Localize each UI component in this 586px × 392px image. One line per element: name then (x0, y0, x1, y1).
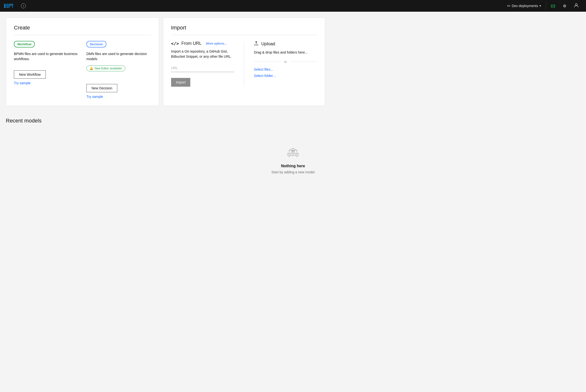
radio-icon: ((·)) (551, 4, 555, 8)
top-row: Create Workflow BPMN files are used to g… (6, 18, 325, 106)
deployment-selector[interactable]: ✂ Dev deployments ▾ (503, 4, 545, 8)
navbar: i ✂ Dev deployments ▾ ((·)) ⚙ (0, 0, 586, 12)
empty-state: Nothing here Start by adding a new model (6, 130, 580, 184)
user-btn[interactable] (571, 0, 582, 12)
svg-rect-7 (6, 7, 8, 8)
deployment-label: Dev deployments (512, 4, 538, 8)
or-label: or (284, 60, 287, 64)
svg-rect-9 (8, 6, 8, 8)
new-workflow-button[interactable]: New Workflow (14, 70, 46, 79)
workflow-desc: BPMN files are used to generate business… (14, 51, 79, 62)
import-title: Import (171, 24, 317, 31)
navbar-divider (546, 2, 546, 10)
or-divider: or (254, 60, 317, 64)
upload-title: Upload (254, 41, 317, 47)
upload-label: Upload (261, 42, 275, 46)
decision-actions: New Decision Try sample (86, 84, 151, 99)
ibm-logo (4, 3, 18, 9)
svg-rect-5 (6, 4, 8, 4)
empty-cubes-icon (285, 144, 301, 160)
main-content: Create Workflow BPMN files are used to g… (0, 12, 331, 118)
svg-rect-12 (9, 4, 13, 4)
svg-rect-3 (4, 4, 5, 8)
url-input[interactable] (171, 64, 234, 72)
workflow-badge: Workflow (14, 41, 35, 48)
create-options: Workflow BPMN files are used to generate… (14, 41, 151, 99)
new-decision-button[interactable]: New Decision (86, 84, 117, 92)
try-sample-decision-link[interactable]: Try sample (86, 95, 103, 98)
user-icon (574, 3, 579, 9)
gear-icon: ⚙ (563, 4, 566, 8)
deployment-chevron: ▾ (540, 4, 541, 8)
navbar-right: ✂ Dev deployments ▾ ((·)) ⚙ (503, 0, 582, 12)
svg-rect-6 (6, 6, 8, 6)
upload-icon (254, 41, 259, 47)
from-url-option: </> From URL More options... Import a Gi… (171, 41, 234, 87)
info-icon[interactable]: i (21, 4, 26, 8)
recent-title: Recent models (6, 118, 580, 124)
upload-desc: Drag & drop files and folders here... (254, 50, 317, 55)
from-url-desc: Import a Git repository, a GitHub Gist, … (171, 49, 234, 59)
import-card: Import </> From URL More options... Impo… (163, 18, 325, 106)
decision-desc: DMN files are used to generate decision … (86, 51, 151, 62)
recent-section: Recent models Nothing here Start by addi… (0, 118, 586, 184)
svg-point-16 (575, 4, 577, 6)
empty-title: Nothing here (281, 164, 305, 168)
or-line-left (254, 62, 281, 62)
radio-icon-btn[interactable]: ((·)) (547, 0, 559, 12)
try-sample-workflow-link[interactable]: Try sample (14, 81, 31, 85)
create-divider (14, 35, 151, 35)
new-editor-badge: 🔔 New Editor available! (86, 66, 125, 71)
svg-rect-10 (9, 4, 10, 8)
workflow-option: Workflow BPMN files are used to generate… (14, 41, 79, 99)
svg-rect-15 (11, 4, 12, 6)
create-card: Create Workflow BPMN files are used to g… (6, 18, 159, 106)
import-button[interactable]: Import (171, 78, 191, 87)
bell-icon: 🔔 (89, 67, 93, 70)
svg-rect-8 (8, 4, 8, 6)
create-title: Create (14, 24, 151, 31)
empty-subtitle: Start by adding a new model (271, 170, 314, 174)
import-divider (171, 35, 317, 35)
deploy-scissors-icon: ✂ (507, 4, 510, 8)
new-editor-label: New Editor available! (95, 67, 122, 70)
select-files-link[interactable]: Select files... (254, 68, 317, 71)
import-section-divider (244, 41, 244, 87)
upload-option: Upload Drag & drop files and folders her… (254, 41, 317, 87)
code-icon: </> (171, 41, 179, 46)
from-url-title: </> From URL More options... (171, 41, 234, 46)
settings-btn[interactable]: ⚙ (559, 0, 571, 12)
decision-option: Decision DMN files are used to generate … (86, 41, 151, 99)
or-line-right (290, 62, 317, 62)
svg-rect-11 (12, 4, 13, 8)
decision-badge: Decision (86, 41, 106, 48)
more-options-link[interactable]: More options... (206, 42, 227, 45)
import-options: </> From URL More options... Import a Gi… (171, 41, 317, 87)
select-folder-link[interactable]: Select folder... (254, 74, 317, 78)
workflow-actions: New Workflow Try sample (14, 70, 79, 85)
from-url-label: From URL (181, 41, 201, 46)
navbar-left: i (4, 3, 500, 9)
